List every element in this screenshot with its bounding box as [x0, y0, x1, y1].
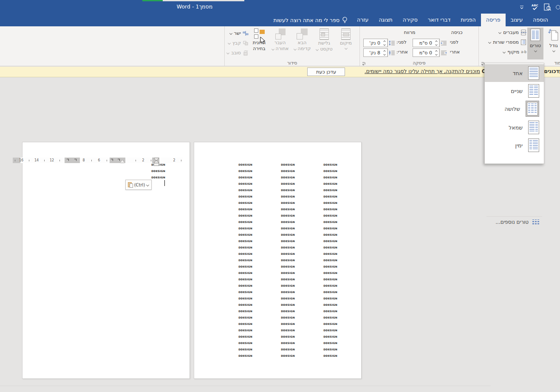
one-column-icon [528, 66, 539, 80]
customize-quick-access-toolbar-icon[interactable] [518, 2, 526, 13]
send-backward-button[interactable]: העבר אחורה [270, 28, 290, 59]
page-1[interactable]: DDESIGNDDESIGNDDESIGN (Ctrl) [22, 142, 190, 379]
body-text-line: DDESIGN [217, 327, 252, 333]
body-text-line: DDESIGN [302, 219, 337, 225]
body-text-line: DDESIGN [217, 321, 252, 327]
spelling-check-icon[interactable]: ABC [529, 2, 540, 13]
body-text-line: DDESIGN [302, 225, 337, 231]
hyphenation-button[interactable]: a-b מיקוף [503, 48, 526, 56]
selection-pane-button[interactable]: חלונית בחירה [249, 28, 269, 59]
body-text-line: DDESIGN [302, 212, 337, 219]
body-text-line: DDESIGN [217, 168, 252, 174]
body-text-line: DDESIGN [217, 289, 252, 295]
spacing-before-spinbox[interactable]: 0 נק' [363, 39, 388, 47]
menu-item-three-columns[interactable]: שלושה [485, 100, 544, 118]
body-text-line: DDESIGN [217, 161, 252, 168]
word-window: מסמך1 - Word ABC הוספה ע [0, 0, 560, 392]
body-text-line: DDESIGN [259, 295, 295, 302]
body-text-line: DDESIGN [302, 295, 337, 302]
tab-mailings[interactable]: דברי דואר [423, 14, 456, 26]
rotate-button[interactable]: סובב [226, 49, 249, 56]
body-text-line: DDESIGN [259, 180, 295, 187]
body-text-line: DDESIGN [259, 263, 295, 270]
pasted-text-block: DDESIGNDDESIGNDDESIGN [127, 161, 165, 180]
body-text-line: DDESIGN [302, 327, 337, 333]
right-indent-marker[interactable] [153, 158, 159, 168]
menu-item-one-column[interactable]: אחד [485, 64, 544, 82]
columns-button[interactable]: טורים [527, 28, 543, 59]
tab-layout[interactable]: פריסה [481, 14, 506, 26]
breaks-button[interactable]: מעברים [498, 29, 526, 36]
first-line-indent-marker[interactable] [120, 160, 124, 163]
tab-review[interactable]: סקירה [398, 14, 423, 26]
tab-view[interactable]: תצוגה [373, 14, 397, 26]
update-message-text[interactable]: מוכנים להתקנה, אך תחילה עלינו לסגור כמה … [365, 68, 480, 74]
chevron-down-icon [534, 49, 537, 52]
spinner-arrows[interactable] [382, 49, 387, 56]
tab-help[interactable]: עזרה [352, 14, 373, 26]
wrap-text-button[interactable]: גלישת טקסט [314, 28, 334, 59]
update-now-button[interactable]: עדכן כעת [307, 68, 345, 76]
tell-me-box[interactable]: ספר לי מה אתה רוצה לעשות [273, 14, 348, 26]
menu-item-left-column[interactable]: שמאל [485, 118, 544, 136]
body-text-line: DDESIGN [302, 187, 337, 193]
page-2[interactable]: DDESIGNDDESIGNDDESIGNDDESIGNDDESIGNDDESI… [194, 142, 362, 379]
partial-circle-icon[interactable] [554, 2, 560, 13]
bring-forward-button[interactable]: הבא קדימה [292, 28, 312, 59]
menu-item-label: ימין [515, 142, 523, 149]
ruler-column-marker[interactable] [67, 159, 69, 161]
more-columns-label: טורים נוספים... [495, 219, 529, 225]
spacing-after-spinbox[interactable]: 8 נק' [363, 48, 388, 57]
spinner-arrows[interactable] [382, 39, 387, 47]
body-text-line: DDESIGN [217, 200, 252, 206]
tab-design[interactable]: עיצוב [506, 14, 528, 26]
tab-references[interactable]: הפניות [455, 14, 481, 26]
menu-item-two-columns[interactable]: שניים [485, 82, 544, 100]
spacing-header: מרווח [396, 30, 423, 35]
body-text-line: DDESIGN [217, 353, 252, 359]
chevron-down-icon [226, 51, 229, 54]
document-area[interactable]: 16 14 12 8 6 2 2 [0, 77, 560, 392]
ruler-column-marker[interactable] [118, 159, 120, 161]
page-size-button[interactable]: גודל [546, 28, 560, 59]
align-button[interactable]: ישר [229, 30, 249, 37]
indent-before-icon [441, 39, 447, 45]
paste-options-button[interactable]: (Ctrl) [125, 180, 152, 190]
chevron-down-icon [294, 48, 297, 51]
menu-item-right-column[interactable]: ימין [485, 136, 544, 154]
group-objects-label: קבץ [232, 40, 241, 46]
position-icon [341, 28, 351, 40]
bring-forward-label-line2: קדימה [298, 46, 311, 51]
body-text-line: DDESIGN [302, 270, 337, 276]
spinner-arrows[interactable] [434, 49, 439, 56]
indent-after-value: 0 ס"מ [413, 50, 434, 56]
indent-before-spinbox[interactable]: 0 ס"מ [413, 39, 440, 47]
body-text-line: DDESIGN [217, 295, 252, 302]
tab-insert[interactable]: הוספה [528, 14, 553, 26]
position-button[interactable]: מיקום [336, 28, 356, 59]
group-button[interactable]: קבץ [228, 39, 249, 47]
group-page-setup: גודל טורים [478, 26, 560, 66]
body-text-line: DDESIGN [302, 231, 337, 238]
top-progress-strip-green [142, 0, 163, 1]
print-preview-icon[interactable] [542, 2, 552, 13]
menu-item-label: שניים [511, 88, 523, 94]
menu-item-label: שלושה [505, 106, 520, 112]
dialog-launcher-icon[interactable] [362, 60, 366, 64]
breaks-icon [520, 30, 526, 35]
text-cursor [164, 180, 165, 186]
ruler-column-marker[interactable] [74, 159, 76, 161]
body-text-line: DDESIGN [259, 251, 295, 257]
body-text-line: DDESIGN [217, 238, 252, 244]
body-text-line: DDESIGN [259, 200, 295, 206]
line-numbers-button[interactable]: מספרי שורות [488, 39, 526, 46]
body-text-line: DDESIGN [302, 289, 337, 295]
horizontal-ruler[interactable]: 16 14 12 8 6 2 2 [13, 158, 183, 163]
selection-pane-label-line2: בחירה [253, 46, 265, 51]
ruler-column-marker[interactable] [111, 159, 113, 161]
body-text-line: DDESIGN [217, 257, 252, 263]
indent-after-spinbox[interactable]: 0 ס"מ [413, 48, 440, 57]
menu-item-more-columns[interactable]: טורים נוספים... [485, 217, 544, 227]
spinner-arrows[interactable] [434, 39, 439, 47]
ruler-number: 14 [34, 158, 39, 162]
